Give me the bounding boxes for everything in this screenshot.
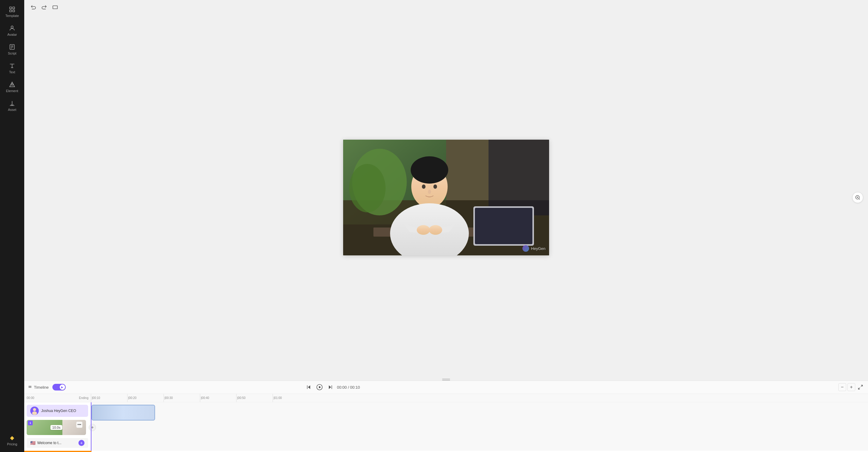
- timeline-bottom: [24, 451, 868, 452]
- video-canvas[interactable]: HeyGen: [343, 140, 549, 255]
- sidebar-label-pricing: Pricing: [7, 442, 17, 446]
- undo-button[interactable]: [29, 3, 37, 11]
- avatar-row[interactable]: Joshua HeyGen CEO: [27, 405, 88, 417]
- sidebar-item-template[interactable]: Template: [0, 2, 24, 21]
- timeline-left-panel: Joshua HeyGen CEO 1 10.0s •••: [24, 402, 91, 451]
- timeline-toggle[interactable]: ▶: [52, 384, 66, 391]
- svg-rect-1: [13, 7, 14, 9]
- svg-point-51: [32, 412, 37, 415]
- sidebar-item-asset[interactable]: Asset: [0, 96, 24, 115]
- ruler-tick-30: |00:30: [163, 394, 200, 402]
- caption-text: Welcome to t...: [37, 441, 76, 445]
- add-caption-button[interactable]: +: [79, 440, 85, 446]
- ruler-start: 00:00: [27, 396, 34, 400]
- canvas-drag-handle[interactable]: [440, 376, 452, 381]
- zoom-in-button[interactable]: +: [847, 383, 855, 391]
- orange-progress-bar: [24, 451, 91, 452]
- svg-rect-3: [13, 10, 14, 12]
- timeline-text: Timeline: [34, 385, 49, 390]
- redo-button[interactable]: [40, 3, 49, 11]
- svg-line-47: [861, 385, 863, 387]
- avatar-icon: [9, 25, 16, 31]
- svg-line-35: [859, 199, 860, 199]
- svg-rect-18: [489, 140, 549, 215]
- scene-thumb-right: [62, 420, 86, 435]
- avatar-svg: [30, 406, 39, 415]
- text-icon: [9, 62, 16, 69]
- timeline-playhead: [91, 402, 91, 451]
- timeline-section: Timeline ▶: [24, 381, 868, 452]
- fit-icon: [52, 4, 58, 10]
- svg-point-50: [33, 408, 36, 411]
- flag-icon: 🇺🇸: [30, 441, 35, 445]
- svg-rect-0: [10, 7, 11, 9]
- asset-icon: [9, 100, 16, 107]
- skip-forward-button[interactable]: [327, 383, 334, 391]
- ruler-tick-10: |00:10: [91, 394, 127, 402]
- watermark: HeyGen: [522, 245, 546, 252]
- scene-more-button[interactable]: •••: [76, 422, 82, 428]
- orange-vertical-line: [91, 451, 91, 452]
- timeline-right-panel: [91, 402, 868, 451]
- scene-svg: [343, 140, 549, 255]
- timeline-track-clip[interactable]: [91, 405, 155, 421]
- expand-timeline-button[interactable]: [857, 383, 864, 391]
- expand-icon: [858, 385, 863, 390]
- zoom-out-button[interactable]: −: [838, 383, 846, 391]
- zoom-icon: [855, 195, 861, 200]
- skip-back-icon: [306, 385, 311, 390]
- grid-icon: [9, 6, 16, 13]
- skip-back-button[interactable]: [305, 383, 313, 391]
- svg-point-27: [433, 184, 437, 189]
- svg-rect-42: [307, 385, 308, 389]
- sidebar-label-text: Text: [9, 70, 15, 74]
- scene-thumbnail[interactable]: 10.0s •••: [27, 420, 86, 435]
- redo-icon: [41, 4, 47, 10]
- main-area: HeyGen: [24, 0, 868, 452]
- svg-point-25: [411, 156, 448, 184]
- sidebar-item-text[interactable]: Text: [0, 59, 24, 78]
- sidebar-item-avatar[interactable]: Avatar: [0, 21, 24, 40]
- svg-marker-45: [329, 385, 331, 389]
- ruler-tick-40: |00:40: [200, 394, 236, 402]
- svg-point-30: [417, 225, 430, 235]
- sidebar: Template Avatar Script: [0, 0, 24, 452]
- zoom-button[interactable]: [852, 192, 863, 203]
- element-icon: [9, 81, 16, 88]
- timeline-ruler: 00:00 Ending |00:10 |00:20 |00:30 |00:40…: [24, 394, 868, 402]
- caption-row[interactable]: 🇺🇸 Welcome to t... +: [27, 438, 88, 448]
- current-time: 00:00: [337, 385, 347, 390]
- svg-rect-21: [475, 208, 532, 244]
- sidebar-item-script[interactable]: Script: [0, 40, 24, 59]
- svg-point-4: [11, 26, 13, 28]
- skip-forward-icon: [328, 385, 333, 390]
- duration-badge: 10.0s: [51, 425, 62, 430]
- heygen-logo: [522, 245, 529, 252]
- play-button[interactable]: [315, 383, 324, 392]
- svg-rect-11: [53, 6, 58, 9]
- timeline-label[interactable]: Timeline: [28, 385, 49, 390]
- sidebar-label-script: Script: [8, 52, 17, 55]
- scene-number: 1: [28, 421, 33, 425]
- zoom-controls: − +: [838, 383, 864, 391]
- time-separator: /: [348, 385, 350, 390]
- ruler-ticks: |00:10 |00:20 |00:30 |00:40 |00:50 |01:0…: [91, 394, 309, 402]
- timeline-icon: [28, 385, 32, 389]
- canvas-area: HeyGen: [24, 14, 868, 381]
- timeline-toolbar: Timeline ▶: [24, 381, 868, 394]
- toggle-icon: ▶: [61, 386, 63, 389]
- svg-rect-2: [10, 10, 11, 12]
- ruler-tick-20: |00:20: [127, 394, 163, 402]
- timeline-content: Joshua HeyGen CEO 1 10.0s •••: [24, 402, 868, 451]
- sidebar-item-element[interactable]: Element: [0, 78, 24, 96]
- sidebar-label-template: Template: [5, 14, 19, 18]
- fit-button[interactable]: [51, 3, 59, 11]
- total-time: 00:10: [350, 385, 360, 390]
- avatar-thumbnail: [30, 406, 39, 415]
- svg-point-28: [428, 190, 431, 194]
- svg-marker-10: [10, 82, 15, 87]
- ruler-right: |00:10 |00:20 |00:30 |00:40 |00:50 |01:0…: [91, 394, 868, 402]
- svg-point-31: [429, 225, 442, 235]
- sidebar-item-pricing[interactable]: ◆ Pricing: [0, 431, 24, 450]
- script-icon: [9, 43, 16, 50]
